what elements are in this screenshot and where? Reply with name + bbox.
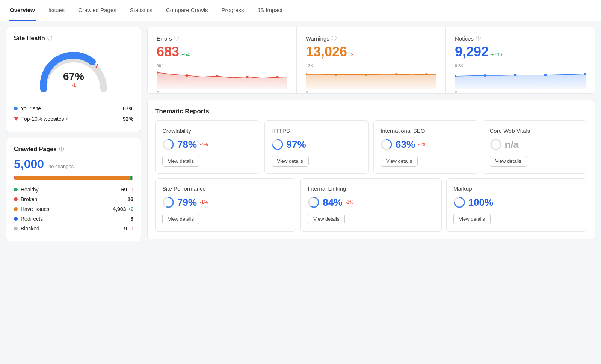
svg-marker-7 <box>306 74 436 89</box>
notices-chart: 9.3K 0 <box>455 63 586 86</box>
left-column: Site Health ⓘ 67% -1 <box>6 27 141 241</box>
blocked-val: 9 <box>124 226 127 232</box>
crawled-pages-info-icon[interactable]: ⓘ <box>59 146 64 153</box>
svg-point-12 <box>425 73 428 75</box>
right-column: Errors ⓘ 683 +54 994 <box>147 27 595 241</box>
https-view-details[interactable]: View details <box>272 156 309 167</box>
nav-js-impact[interactable]: JS Impact <box>257 0 284 21</box>
svg-point-15 <box>483 74 486 77</box>
top10-triangle-icon <box>14 117 18 121</box>
top10-legend: Top-10% websites ▾ 92% <box>14 114 133 124</box>
svg-point-5 <box>246 76 249 78</box>
site-health-info-icon[interactable]: ⓘ <box>47 35 52 42</box>
crawlability-circle-icon <box>162 138 174 150</box>
crawled-pages-card: Crawled Pages ⓘ 5,000 no changes Healthy <box>6 138 141 241</box>
cwv-circle-icon <box>490 138 502 150</box>
crawled-progress-bar <box>14 176 133 180</box>
redirects-val: 3 <box>130 216 133 222</box>
internal-linking-view-details[interactable]: View details <box>308 214 345 224</box>
notices-info-icon[interactable]: ⓘ <box>476 35 481 42</box>
report-grid-top: Crawlability 78% -4% View details HTTPS <box>155 120 587 174</box>
healthy-delta: -1 <box>129 187 133 192</box>
your-site-legend: Your site 67% <box>14 103 133 114</box>
gauge-percentage: 67% <box>63 71 84 83</box>
nav-statistics[interactable]: Statistics <box>129 0 153 21</box>
errors-val: 683 <box>157 44 179 60</box>
site-perf-pct: 79% <box>177 197 197 208</box>
warnings-val: 13,026 <box>306 44 347 60</box>
intl-seo-view-details[interactable]: View details <box>381 156 418 167</box>
intl-seo-delta: -1% <box>418 142 426 147</box>
intl-seo-card: International SEO 63% -1% View details <box>373 120 478 174</box>
cwv-pct: n/a <box>505 139 519 150</box>
site-perf-circle-icon <box>162 196 174 208</box>
crawlability-view-details[interactable]: View details <box>162 156 199 167</box>
blocked-delta: -1 <box>129 226 133 231</box>
redirects-dot <box>14 217 18 221</box>
top-metrics: Errors ⓘ 683 +54 994 <box>147 27 595 94</box>
report-grid-bottom: Site Performance 79% -1% View details In… <box>155 178 587 232</box>
warnings-chart: 13K 0 <box>306 63 436 86</box>
warnings-delta: -3 <box>349 52 354 57</box>
svg-point-25 <box>491 140 501 149</box>
notices-metric: Notices ⓘ 9,292 +700 9.3K <box>446 27 595 93</box>
errors-metric: Errors ⓘ 683 +54 994 <box>148 27 297 93</box>
cwv-card: Core Web Vitals n/a View details <box>483 120 587 174</box>
notices-val: 9,292 <box>455 44 489 60</box>
internal-linking-circle-icon <box>308 196 320 208</box>
healthy-val: 69 <box>121 187 127 193</box>
svg-marker-13 <box>455 74 586 89</box>
nav-issues[interactable]: Issues <box>48 0 65 21</box>
broken-dot <box>14 197 18 201</box>
main-content: Site Health ⓘ 67% -1 <box>0 21 601 247</box>
intl-seo-circle-icon <box>381 138 393 150</box>
blocked-stat: Blocked 9 -1 <box>14 224 133 233</box>
markup-view-details[interactable]: View details <box>453 214 491 224</box>
crawlability-card: Crawlability 78% -4% View details <box>155 120 260 174</box>
top10-chevron-icon[interactable]: ▾ <box>66 117 68 122</box>
internal-linking-delta: -1% <box>345 200 353 205</box>
https-pct: 97% <box>287 139 306 150</box>
markup-pct: 100% <box>468 197 494 208</box>
thematic-title: Thematic Reports <box>155 108 587 115</box>
errors-info-icon[interactable]: ⓘ <box>174 35 179 42</box>
nav-crawled-pages[interactable]: Crawled Pages <box>77 0 117 21</box>
thematic-reports-card: Thematic Reports Crawlability 78% -4% Vi… <box>147 100 595 239</box>
main-nav: Overview Issues Crawled Pages Statistics… <box>0 0 601 21</box>
errors-delta: +54 <box>181 52 190 57</box>
nav-progress[interactable]: Progress <box>221 0 245 21</box>
crawled-no-changes: no changes <box>48 164 74 169</box>
warnings-metric: Warnings ⓘ 13,026 -3 13K <box>297 27 446 93</box>
internal-linking-card: Internal Linking 84% -1% View details <box>300 178 441 232</box>
https-circle-icon <box>272 138 284 150</box>
blocked-segment <box>132 176 133 180</box>
site-perf-delta: -1% <box>200 200 208 205</box>
nav-overview[interactable]: Overview <box>9 0 36 21</box>
cwv-view-details[interactable]: View details <box>490 156 527 167</box>
svg-point-10 <box>365 74 368 76</box>
site-perf-view-details[interactable]: View details <box>162 214 199 224</box>
healthy-dot <box>14 188 18 191</box>
notices-delta: +700 <box>491 52 502 57</box>
intl-seo-pct: 63% <box>396 139 415 150</box>
nav-compare-crawls[interactable]: Compare Crawls <box>165 0 209 21</box>
redirects-stat: Redirects 3 <box>14 214 133 224</box>
svg-point-3 <box>185 74 188 77</box>
blocked-dot <box>14 227 18 230</box>
crawlability-pct: 78% <box>177 139 197 150</box>
broken-stat: Broken 16 <box>14 194 133 204</box>
healthy-stat: Healthy 69 -1 <box>14 185 133 194</box>
svg-point-17 <box>544 74 547 76</box>
site-health-card: Site Health ⓘ 67% -1 <box>6 27 141 132</box>
svg-point-9 <box>334 74 337 76</box>
gauge-delta: -1 <box>63 83 84 88</box>
your-site-dot <box>14 107 18 110</box>
svg-marker-1 <box>157 72 287 89</box>
broken-val: 16 <box>127 196 133 202</box>
warnings-info-icon[interactable]: ⓘ <box>332 35 337 42</box>
site-perf-card: Site Performance 79% -1% View details <box>155 178 296 232</box>
have-issues-dot <box>14 207 18 211</box>
gauge-center: 67% -1 <box>63 71 84 88</box>
top10-val: 92% <box>123 116 133 122</box>
svg-point-11 <box>395 73 398 75</box>
